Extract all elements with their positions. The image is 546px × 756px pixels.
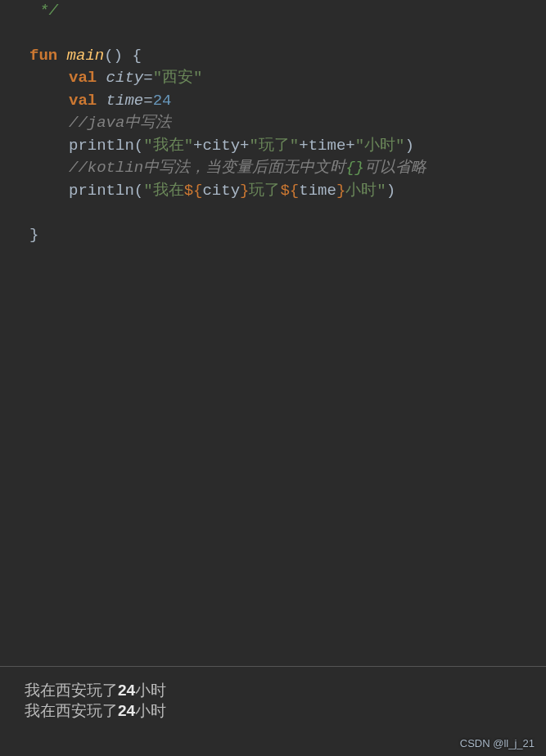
tmpl-close: } (240, 182, 249, 200)
comment-close: */ (29, 0, 517, 23)
plus: + (193, 137, 202, 155)
plus: + (240, 137, 249, 155)
close-paren: ) (386, 182, 395, 200)
open-paren: ( (134, 182, 143, 200)
tmpl-open: ${ (280, 182, 299, 200)
str-k3: 小时" (345, 182, 386, 200)
str3: "小时" (355, 137, 405, 155)
open-brace: { (123, 47, 142, 65)
tmpl-time: time (299, 182, 336, 200)
code-line-comment-java: //java中写法 (29, 112, 517, 135)
var-city: city (106, 69, 144, 87)
comment-braces: {} (345, 159, 364, 177)
watermark: CSDN @ll_j_21 (460, 737, 535, 749)
plus: + (299, 137, 308, 155)
code-line-println1: println("我在"+city+"玩了"+time+"小时") (29, 135, 517, 158)
code-line-println2: println("我在${city}玩了${time}小时") (29, 180, 517, 203)
keyword-val: val (69, 69, 106, 87)
tmpl-close: } (336, 182, 345, 200)
code-line-fun: fun main() { (29, 45, 517, 68)
tmpl-open: ${ (184, 182, 203, 200)
println: println (69, 137, 134, 155)
close-brace: } (29, 224, 517, 247)
str2: "玩了" (249, 137, 299, 155)
code-line-city: val city="西安" (29, 67, 517, 90)
keyword-fun: fun (29, 47, 67, 65)
comment-kotlin: //kotlin中写法，当变量后面无中文时{}可以省略 (69, 159, 426, 177)
keyword-val: val (69, 92, 106, 110)
blank-line (29, 202, 517, 224)
time-ref: time (309, 137, 346, 155)
output-line-1: 我在西安玩了24小时 (25, 680, 521, 701)
blank-line (29, 23, 517, 45)
comment-java: //java中写法 (69, 114, 171, 132)
code-line-time: val time=24 (29, 90, 517, 113)
println: println (69, 182, 134, 200)
output-line-2: 我在西安玩了24小时 (25, 700, 521, 722)
num-24: 24 (153, 92, 172, 110)
var-time: time (106, 92, 144, 110)
str-k2: 玩了 (249, 182, 280, 200)
code-line-comment-kotlin: //kotlin中写法，当变量后面无中文时{}可以省略 (29, 157, 517, 180)
op-eq: = (143, 92, 152, 110)
open-paren: ( (134, 137, 143, 155)
tmpl-city: city (202, 182, 240, 200)
func-main: main (67, 47, 105, 65)
close-paren: ) (405, 137, 414, 155)
city-ref: city (202, 137, 240, 155)
op-eq: = (143, 69, 152, 87)
plus: + (345, 137, 354, 155)
parens: () (104, 47, 123, 65)
code-editor: */ fun main() { val city="西安" val time=2… (0, 0, 546, 247)
string-city: "西安" (153, 69, 203, 87)
str1: "我在" (143, 137, 193, 155)
str-k1: "我在 (143, 182, 183, 200)
